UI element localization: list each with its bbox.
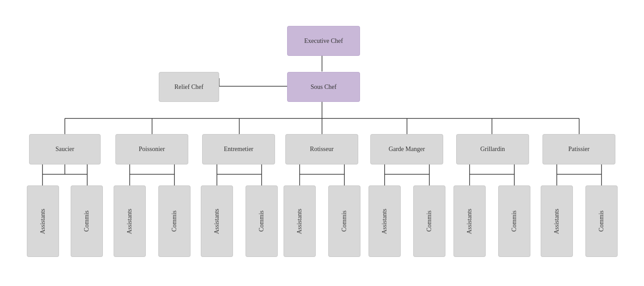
saucier-assistants-label: Assistants xyxy=(39,209,47,234)
relief-chef-node: Relief Chef xyxy=(159,72,219,102)
grillardin-node: Grillardin xyxy=(456,134,529,164)
patissier-assistants-node: Assistants xyxy=(541,185,573,257)
entremetier-assistants-node: Assistants xyxy=(201,185,233,257)
saucier-assistants-node: Assistants xyxy=(27,185,59,257)
rotisseur-commis-node: Commis xyxy=(328,185,360,257)
garde-manger-assistants-node: Assistants xyxy=(369,185,401,257)
rotisseur-label: Rotisseur xyxy=(310,146,334,153)
patissier-assistants-label: Assistants xyxy=(553,209,560,234)
saucier-label: Saucier xyxy=(55,146,74,153)
entremetier-commis-node: Commis xyxy=(246,185,278,257)
relief-chef-label: Relief Chef xyxy=(174,84,203,91)
grillardin-label: Grillardin xyxy=(480,146,505,153)
grillardin-commis-node: Commis xyxy=(498,185,530,257)
patissier-commis-node: Commis xyxy=(585,185,618,257)
poissonier-commis-label: Commis xyxy=(171,210,178,231)
saucier-node: Saucier xyxy=(29,134,101,164)
garde-manger-label: Garde Manger xyxy=(389,146,425,153)
rotisseur-node: Rotisseur xyxy=(285,134,358,164)
entremetier-label: Entremetier xyxy=(224,146,253,153)
poissonier-assistants-label: Assistants xyxy=(126,209,133,234)
patissier-node: Patissier xyxy=(542,134,615,164)
garde-manger-commis-label: Commis xyxy=(426,210,433,231)
rotisseur-commis-label: Commis xyxy=(341,210,348,231)
poissonier-node: Poissonier xyxy=(115,134,188,164)
grillardin-assistants-node: Assistants xyxy=(453,185,486,257)
saucier-commis-node: Commis xyxy=(71,185,103,257)
patissier-commis-label: Commis xyxy=(598,210,605,231)
chart-container: Executive Chef Sous Chef Relief Chef Sau… xyxy=(0,0,644,286)
garde-manger-node: Garde Manger xyxy=(370,134,443,164)
grillardin-assistants-label: Assistants xyxy=(466,209,473,234)
executive-chef-label: Executive Chef xyxy=(304,38,343,45)
grillardin-commis-label: Commis xyxy=(511,210,518,231)
garde-manger-assistants-label: Assistants xyxy=(381,209,388,234)
executive-chef-node: Executive Chef xyxy=(287,26,360,56)
poissonier-assistants-node: Assistants xyxy=(114,185,146,257)
poissonier-label: Poissonier xyxy=(139,146,165,153)
rotisseur-assistants-label: Assistants xyxy=(296,209,303,234)
entremetier-node: Entremetier xyxy=(202,134,275,164)
sous-chef-node: Sous Chef xyxy=(287,72,360,102)
entremetier-assistants-label: Assistants xyxy=(213,209,220,234)
sous-chef-label: Sous Chef xyxy=(311,84,337,91)
entremetier-commis-label: Commis xyxy=(258,210,265,231)
garde-manger-commis-node: Commis xyxy=(413,185,445,257)
poissonier-commis-node: Commis xyxy=(158,185,191,257)
patissier-label: Patissier xyxy=(568,146,589,153)
rotisseur-assistants-node: Assistants xyxy=(284,185,316,257)
saucier-commis-label: Commis xyxy=(83,210,90,231)
